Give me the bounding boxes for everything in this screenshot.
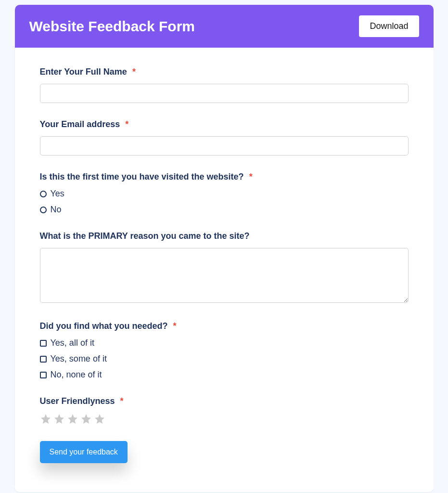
field-full-name: Enter Your Full Name * xyxy=(40,67,409,103)
primary-reason-label: What is the PRIMARY reason you came to t… xyxy=(40,231,409,241)
star-icon[interactable] xyxy=(53,413,65,425)
star-rating xyxy=(40,413,409,425)
label-text: Enter Your Full Name xyxy=(40,67,127,77)
field-primary-reason: What is the PRIMARY reason you came to t… xyxy=(40,231,409,305)
radio-option-yes[interactable]: Yes xyxy=(40,189,409,199)
first-visit-label: Is this the first time you have visited … xyxy=(40,172,409,182)
required-asterisk: * xyxy=(249,172,253,182)
radio-icon[interactable] xyxy=(40,207,47,213)
form-title: Website Feedback Form xyxy=(29,18,195,35)
checkbox-option-all[interactable]: Yes, all of it xyxy=(40,338,409,348)
label-text: Your Email address xyxy=(40,119,120,129)
radio-icon[interactable] xyxy=(40,191,47,197)
checkbox-icon[interactable] xyxy=(40,356,47,363)
required-asterisk: * xyxy=(173,321,177,331)
download-button[interactable]: Download xyxy=(359,15,419,37)
required-asterisk: * xyxy=(120,396,124,406)
full-name-input[interactable] xyxy=(40,84,409,103)
primary-reason-textarea[interactable] xyxy=(40,248,409,303)
form-container: Website Feedback Form Download Enter You… xyxy=(15,5,434,492)
checkbox-icon[interactable] xyxy=(40,372,47,378)
required-asterisk: * xyxy=(125,119,128,129)
radio-option-no[interactable]: No xyxy=(40,205,409,215)
radio-label: Yes xyxy=(51,189,64,199)
field-found-needed: Did you find what you needed? * Yes, all… xyxy=(40,321,409,380)
checkbox-icon[interactable] xyxy=(40,340,47,347)
field-user-friendliness: User Friendlyness * xyxy=(40,396,409,425)
checkbox-label: Yes, some of it xyxy=(51,354,107,364)
label-text: User Friendlyness xyxy=(40,396,115,406)
label-text: Is this the first time you have visited … xyxy=(40,172,244,182)
label-text: Did you find what you needed? xyxy=(40,321,168,331)
email-label: Your Email address * xyxy=(40,119,409,130)
submit-button[interactable]: Send your feedback xyxy=(40,441,128,463)
found-needed-label: Did you find what you needed? * xyxy=(40,321,409,331)
required-asterisk: * xyxy=(132,67,136,77)
checkbox-option-none[interactable]: No, none of it xyxy=(40,370,409,380)
checkbox-option-some[interactable]: Yes, some of it xyxy=(40,354,409,364)
form-header: Website Feedback Form Download xyxy=(15,5,434,48)
star-icon[interactable] xyxy=(94,413,105,425)
full-name-label: Enter Your Full Name * xyxy=(40,67,409,77)
field-email: Your Email address * xyxy=(40,119,409,156)
email-input[interactable] xyxy=(40,136,409,156)
form-body: Enter Your Full Name * Your Email addres… xyxy=(15,48,434,492)
checkbox-label: No, none of it xyxy=(51,370,102,380)
star-icon[interactable] xyxy=(40,413,51,425)
star-icon[interactable] xyxy=(80,413,92,425)
radio-label: No xyxy=(51,205,62,215)
field-first-visit: Is this the first time you have visited … xyxy=(40,172,409,215)
checkbox-label: Yes, all of it xyxy=(51,338,94,348)
user-friendliness-label: User Friendlyness * xyxy=(40,396,409,406)
label-text: What is the PRIMARY reason you came to t… xyxy=(40,231,250,241)
star-icon[interactable] xyxy=(67,413,78,425)
